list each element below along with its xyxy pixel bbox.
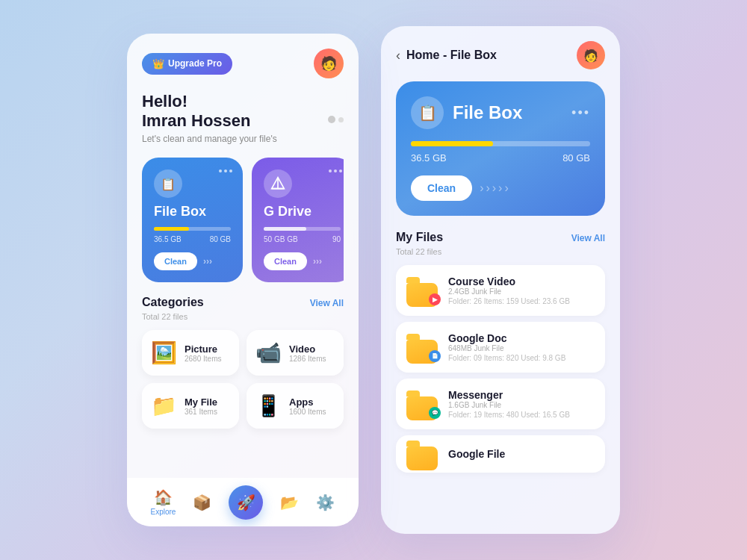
- user-name: Imran Hossen: [142, 111, 344, 131]
- google-file-name: Google File: [448, 448, 505, 460]
- filebox-clean-button[interactable]: Clean: [154, 252, 197, 270]
- dot1: [328, 116, 335, 123]
- upgrade-button[interactable]: 👑 Upgrade Pro: [142, 53, 232, 75]
- back-title-group: ‹ Home - File Box: [396, 48, 497, 63]
- filebox-used: 36.5 GB: [154, 235, 182, 243]
- gdrive-clean-button[interactable]: Clean: [264, 252, 307, 270]
- big-progress-bg: [411, 141, 590, 146]
- gdrive-total: 90: [332, 235, 341, 243]
- file-item-google-doc[interactable]: 📄 Google Doc 648MB Junk File Folder: 09 …: [396, 322, 605, 373]
- picture-info: Picture 2680 Items: [185, 343, 221, 363]
- big-filebox-card: 📋 File Box ••• 36.5 GB 80 GB Clean › › ›…: [396, 81, 605, 216]
- course-video-junk: 2.4GB Junk File: [448, 287, 570, 296]
- avatar: 🧑: [314, 49, 344, 78]
- file-item-course-video[interactable]: ▶ Course Video 2.4GB Junk File Folder: 2…: [396, 265, 605, 316]
- nav-explore[interactable]: 🏠 Explore: [151, 488, 176, 516]
- messenger-junk: 1.6GB Junk File: [448, 401, 570, 409]
- messenger-name: Messenger: [448, 389, 570, 401]
- video-name: Video: [289, 343, 326, 355]
- gdrive-bottom: Clean ›››: [264, 252, 341, 270]
- big-filebox-title: File Box: [453, 102, 571, 123]
- left-top-bar: 👑 Upgrade Pro 🧑: [142, 49, 344, 78]
- nav-settings[interactable]: ⚙️: [316, 494, 335, 511]
- my-files-subtitle: Total 22 files: [396, 247, 605, 256]
- file-item-messenger[interactable]: 💬 Messenger 1.6GB Junk File Folder: 19 I…: [396, 379, 605, 429]
- category-apps[interactable]: 📱 Apps 1600 Items: [247, 383, 344, 429]
- nav-explore-label: Explore: [151, 508, 176, 516]
- filebox-arrows: ›››: [203, 256, 212, 267]
- filebox-more[interactable]: [219, 169, 232, 172]
- nav-box[interactable]: 📦: [193, 494, 211, 511]
- myfile-info: My File 361 Items: [185, 396, 217, 416]
- filebox-total: 80 GB: [210, 235, 231, 243]
- category-picture[interactable]: 🖼️ Picture 2680 Items: [142, 330, 239, 376]
- categories-header: Categories View All: [142, 296, 344, 309]
- big-dots-icon: •••: [571, 105, 590, 121]
- myfile-icon: 📁: [151, 393, 177, 418]
- filebox-bottom: Clean ›››: [154, 252, 231, 270]
- categories-grid: 🖼️ Picture 2680 Items 📹 Video 1286 Items…: [142, 330, 344, 429]
- my-files-header: My Files View All: [396, 231, 605, 244]
- filebox-nums: 36.5 GB 80 GB: [154, 235, 231, 243]
- big-total: 80 GB: [562, 152, 590, 164]
- picture-icon: 🖼️: [151, 340, 177, 365]
- messenger-badge: 💬: [429, 407, 441, 419]
- greeting-section: Hello! Imran Hossen Let's clean and mana…: [142, 92, 344, 144]
- google-file-folder: [406, 438, 439, 470]
- big-arrows: › › › › ›: [480, 181, 509, 195]
- google-file-info: Google File: [448, 448, 505, 460]
- google-doc-name: Google Doc: [448, 332, 565, 344]
- home-icon: 🏠: [154, 488, 173, 506]
- google-doc-detail: Folder: 09 Items: 820 Used: 9.8 GB: [448, 354, 565, 362]
- gdrive-progress-fill: [264, 227, 306, 231]
- gdrive-more[interactable]: [329, 169, 342, 172]
- category-myfile[interactable]: 📁 My File 361 Items: [142, 383, 239, 429]
- course-video-folder: ▶: [406, 274, 439, 307]
- gdrive-progress-bg: [264, 227, 341, 231]
- myfile-count: 361 Items: [185, 408, 217, 416]
- apps-count: 1600 Items: [289, 408, 326, 416]
- course-video-badge: ▶: [429, 293, 441, 305]
- file-item-google-file[interactable]: Google File: [396, 435, 605, 473]
- gdrive-used: 50 GB GB: [264, 235, 298, 243]
- categories-title: Categories: [142, 296, 204, 309]
- apps-info: Apps 1600 Items: [289, 396, 326, 416]
- crown-icon: 👑: [152, 58, 164, 69]
- filebox-title: File Box: [154, 204, 231, 220]
- apps-name: Apps: [289, 396, 326, 408]
- filebox-icon: 📋: [154, 169, 182, 198]
- big-storage-nums: 36.5 GB 80 GB: [411, 152, 590, 164]
- gdrive-title: G Drive: [264, 204, 341, 220]
- categories-view-all[interactable]: View All: [310, 298, 344, 308]
- messenger-detail: Folder: 19 Items: 480 Used: 16.5 GB: [448, 411, 570, 419]
- nav-fab-button[interactable]: 🚀: [229, 485, 263, 520]
- google-doc-info: Google Doc 648MB Junk File Folder: 09 It…: [448, 332, 565, 362]
- right-avatar: 🧑: [577, 41, 605, 69]
- file-list: ▶ Course Video 2.4GB Junk File Folder: 2…: [396, 265, 605, 473]
- nav-files[interactable]: 📂: [280, 494, 299, 511]
- category-video[interactable]: 📹 Video 1286 Items: [247, 330, 344, 376]
- more-options[interactable]: [328, 116, 344, 123]
- box-icon: 📦: [193, 494, 211, 511]
- categories-subtitle: Total 22 files: [142, 312, 344, 321]
- big-card-bottom: Clean › › › › ›: [411, 175, 590, 201]
- picture-count: 2680 Items: [185, 355, 221, 363]
- google-doc-badge: 📄: [429, 350, 441, 362]
- gdrive-arrows: ›››: [313, 256, 322, 267]
- big-used: 36.5 GB: [411, 152, 447, 164]
- big-clean-button[interactable]: Clean: [411, 175, 472, 201]
- video-info: Video 1286 Items: [289, 343, 326, 363]
- my-files-title: My Files: [396, 231, 443, 244]
- messenger-folder: 💬: [406, 388, 439, 420]
- google-doc-junk: 648MB Junk File: [448, 344, 565, 352]
- right-top-bar: ‹ Home - File Box 🧑: [396, 41, 605, 69]
- messenger-info: Messenger 1.6GB Junk File Folder: 19 Ite…: [448, 389, 570, 419]
- back-arrow-icon[interactable]: ‹: [396, 48, 400, 63]
- big-progress-fill: [411, 141, 493, 146]
- right-panel: ‹ Home - File Box 🧑 📋 File Box ••• 36.5 …: [381, 26, 620, 534]
- picture-name: Picture: [185, 343, 221, 355]
- google-doc-folder: 📄: [406, 331, 439, 364]
- big-card-more[interactable]: •••: [571, 105, 590, 121]
- hello-text: Hello!: [142, 92, 344, 111]
- my-files-view-all[interactable]: View All: [571, 233, 605, 243]
